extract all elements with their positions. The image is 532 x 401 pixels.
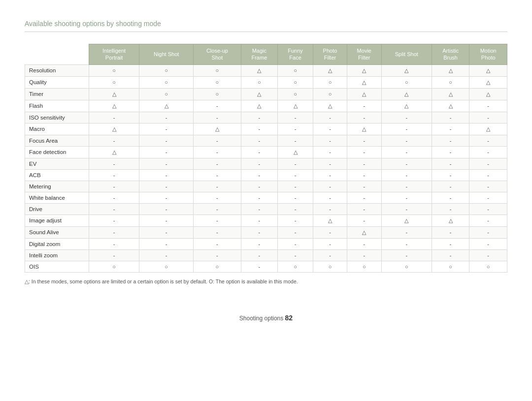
cell-17-7: ○ <box>381 261 432 272</box>
cell-13-4: - <box>278 215 313 226</box>
cell-9-2: - <box>194 169 241 181</box>
cell-8-5: - <box>313 158 347 169</box>
cell-6-9: - <box>469 135 507 146</box>
cell-12-3: - <box>241 203 277 215</box>
cell-5-2: △ <box>194 123 241 135</box>
cell-4-6: - <box>347 112 381 123</box>
cell-1-1: ○ <box>139 76 194 88</box>
cell-4-0: - <box>89 112 139 123</box>
cell-14-6: △ <box>347 226 381 238</box>
cell-12-9: - <box>469 203 507 215</box>
cell-2-2: ○ <box>194 88 241 100</box>
cell-14-1: - <box>139 226 194 238</box>
cell-17-2: ○ <box>194 261 241 272</box>
cell-8-7: - <box>381 158 432 169</box>
table-row: Flash△△-△△△-△△- <box>25 100 507 112</box>
table-row: White balance---------- <box>25 192 507 203</box>
cell-14-8: - <box>432 226 469 238</box>
cell-12-1: - <box>139 203 194 215</box>
cell-0-8: △ <box>432 64 469 76</box>
cell-15-5: - <box>313 238 347 249</box>
cell-8-6: - <box>347 158 381 169</box>
cell-6-8: - <box>432 135 469 146</box>
cell-12-6: - <box>347 203 381 215</box>
table-row: EV---------- <box>25 158 507 169</box>
cell-15-1: - <box>139 238 194 249</box>
cell-7-4: △ <box>278 146 313 158</box>
cell-17-8: ○ <box>432 261 469 272</box>
cell-5-9: △ <box>469 123 507 135</box>
cell-10-4: - <box>278 181 313 192</box>
cell-4-9: - <box>469 112 507 123</box>
cell-2-1: ○ <box>139 88 194 100</box>
cell-14-2: - <box>194 226 241 238</box>
cell-1-9: △ <box>469 76 507 88</box>
cell-6-1: - <box>139 135 194 146</box>
cell-11-1: - <box>139 192 194 203</box>
cell-13-9: - <box>469 215 507 226</box>
cell-2-7: △ <box>381 88 432 100</box>
table-row: Sound Alive------△--- <box>25 226 507 238</box>
row-label: Focus Area <box>25 135 89 146</box>
cell-12-7: - <box>381 203 432 215</box>
cell-2-8: △ <box>432 88 469 100</box>
row-label: Macro <box>25 123 89 135</box>
cell-6-4: - <box>278 135 313 146</box>
cell-15-3: - <box>241 238 277 249</box>
cell-7-1: - <box>139 146 194 158</box>
cell-8-2: - <box>194 158 241 169</box>
table-row: OIS○○○-○○○○○○ <box>25 261 507 272</box>
cell-4-1: - <box>139 112 194 123</box>
row-label: Drive <box>25 203 89 215</box>
cell-0-1: ○ <box>139 64 194 76</box>
cell-10-6: - <box>347 181 381 192</box>
cell-5-1: - <box>139 123 194 135</box>
cell-10-8: - <box>432 181 469 192</box>
cell-16-4: - <box>278 249 313 261</box>
cell-1-8: ○ <box>432 76 469 88</box>
cell-3-4: △ <box>278 100 313 112</box>
cell-12-2: - <box>194 203 241 215</box>
row-label: White balance <box>25 192 89 203</box>
cell-4-5: - <box>313 112 347 123</box>
cell-17-6: ○ <box>347 261 381 272</box>
cell-7-8: - <box>432 146 469 158</box>
cell-14-4: - <box>278 226 313 238</box>
page-title: Available shooting options by shooting m… <box>25 20 507 28</box>
cell-10-0: - <box>89 181 139 192</box>
cell-9-4: - <box>278 169 313 181</box>
cell-17-1: ○ <box>139 261 194 272</box>
cell-13-5: △ <box>313 215 347 226</box>
cell-17-9: ○ <box>469 261 507 272</box>
row-label: Intelli zoom <box>25 249 89 261</box>
page-footer: Shooting options 82 <box>25 314 507 322</box>
cell-13-7: △ <box>381 215 432 226</box>
cell-12-0: - <box>89 203 139 215</box>
cell-1-0: ○ <box>89 76 139 88</box>
cell-8-0: - <box>89 158 139 169</box>
cell-9-3: - <box>241 169 277 181</box>
cell-5-4: - <box>278 123 313 135</box>
cell-1-7: ○ <box>381 76 432 88</box>
cell-6-5: - <box>313 135 347 146</box>
cell-12-5: - <box>313 203 347 215</box>
table-row: Quality○○○○○○△○○△ <box>25 76 507 88</box>
header-col-3: Close-upShot <box>194 44 241 65</box>
cell-13-2: - <box>194 215 241 226</box>
header-col-9: ArtisticBrush <box>432 44 469 65</box>
cell-15-4: - <box>278 238 313 249</box>
row-label: Sound Alive <box>25 226 89 238</box>
cell-8-4: - <box>278 158 313 169</box>
cell-5-6: △ <box>347 123 381 135</box>
table-body: Resolution○○○△○△△△△△Quality○○○○○○△○○△Tim… <box>25 64 507 272</box>
table-row: Metering---------- <box>25 181 507 192</box>
cell-17-4: ○ <box>278 261 313 272</box>
table-row: Drive---------- <box>25 203 507 215</box>
cell-1-4: ○ <box>278 76 313 88</box>
cell-3-1: △ <box>139 100 194 112</box>
table-row: Resolution○○○△○△△△△△ <box>25 64 507 76</box>
cell-16-8: - <box>432 249 469 261</box>
cell-11-2: - <box>194 192 241 203</box>
cell-2-4: ○ <box>278 88 313 100</box>
title-divider <box>25 31 507 32</box>
